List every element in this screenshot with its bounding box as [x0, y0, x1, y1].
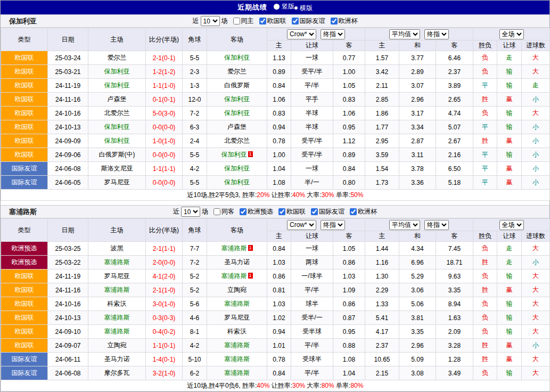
match-row: 欧国联24-09-06白俄罗斯(中)0-0(0-0)5-5保加利亚11.00受平… — [1, 148, 550, 162]
score: 0-0(0-0) — [146, 176, 183, 190]
summary-stat-value: 40% — [257, 382, 269, 389]
league-checkbox-2[interactable] — [331, 18, 338, 24]
home-team-cell: 白俄罗斯(中) — [88, 148, 146, 162]
same-venue-checkbox-label: 同主 — [233, 17, 254, 26]
euro-final-select[interactable]: 终指 — [424, 220, 449, 230]
column-header: 和 — [399, 231, 436, 242]
league-checkbox-1[interactable] — [292, 18, 299, 24]
result-value: 赢 — [497, 93, 522, 107]
home-team-name: 斯洛文尼亚 — [101, 165, 133, 172]
score: 0-0(0-0) — [146, 148, 183, 162]
match-row: 欧国联24-09-10塞浦路斯0-4(0-2)8-1科索沃0.94受半球0.95… — [1, 325, 550, 339]
euro-odds-value: 1.63 — [436, 311, 473, 325]
match-date: 24-06-05 — [48, 176, 88, 190]
match-row: 欧国联25-03-21保加利亚1-2(1-2)2-3爱尔兰0.89受平/半1.0… — [1, 65, 550, 79]
same-venue-checkbox-text: 同客 — [221, 207, 234, 216]
competition-badge: 欧国联 — [1, 270, 48, 283]
euro-odds-value: 3.81 — [399, 311, 436, 325]
league-checkbox-0-label: 欧国联 — [259, 17, 286, 26]
column-header: 日期 — [48, 28, 88, 51]
corner-count: 5-5 — [183, 176, 207, 190]
layout-radio-vertical[interactable]: 竖版 — [274, 2, 294, 11]
home-team-cell: 塞浦路斯 — [88, 325, 146, 339]
home-team-name: 爱尔兰 — [108, 54, 127, 61]
away-team-name: 塞浦路斯 — [224, 341, 250, 349]
match-count-select[interactable]: 10 — [201, 16, 220, 26]
asian-odds-select-cell: Crow*终指 — [267, 28, 365, 40]
result-value: 输 — [497, 297, 522, 311]
average-select[interactable]: 平均值 — [389, 220, 420, 230]
league-checkbox-2[interactable] — [311, 208, 318, 215]
competition-badge: 欧国联 — [1, 283, 48, 297]
asian-odds-value: 一/球半 — [291, 270, 333, 283]
away-team-name: 保加利亚 — [224, 178, 250, 186]
league-checkbox-1[interactable] — [278, 208, 285, 215]
scope-select[interactable]: 全场 — [499, 220, 524, 230]
average-select[interactable]: 平均值 — [389, 29, 420, 39]
euro-odds-value: 3.28 — [436, 339, 473, 353]
euro-odds-value: 3.49 — [436, 366, 473, 380]
team-section: 保加利亚近10场同主欧国联国际友谊欧洲杯类型日期主场比分(半场)角球客场Crow… — [1, 14, 549, 201]
layout-radio-vertical-text: 竖版 — [282, 2, 294, 11]
asian-odds-value: 受平/半 — [291, 148, 333, 162]
home-team-cell: 罗马尼亚 — [88, 176, 146, 190]
result-value: 输 — [497, 79, 522, 93]
euro-odds-value: 3.59 — [365, 148, 399, 162]
team-name: 塞浦路斯 — [9, 207, 37, 217]
bookmaker-select[interactable]: Crow* — [287, 29, 316, 39]
column-header: 进球数 — [522, 231, 550, 242]
asian-final-select[interactable]: 终指 — [321, 29, 345, 39]
match-row: 国际友谊24-06-08斯洛文尼亚1-1(1-1)4-2保加利亚1.04一球0.… — [1, 162, 550, 176]
league-checkbox-0[interactable] — [240, 208, 247, 215]
match-count-select[interactable]: 10 — [181, 207, 200, 217]
column-header: 客场 — [207, 28, 267, 51]
result-value: 大 — [522, 297, 550, 311]
away-team-name: 爱尔兰 — [227, 68, 247, 75]
away-team-name: 北爱尔兰 — [224, 137, 250, 144]
league-checkbox-3[interactable] — [350, 208, 357, 215]
competition-badge: 欧国联 — [1, 107, 48, 120]
euro-odds-value: 3.34 — [399, 120, 436, 134]
euro-odds-value: 1.77 — [365, 120, 399, 134]
red-card-badge: 1 — [248, 151, 253, 157]
result-value: 胜 — [473, 134, 497, 148]
competition-badge: 欧国联 — [1, 148, 48, 162]
result-value: 负 — [473, 311, 497, 325]
asian-odds-value: 受半球 — [291, 325, 333, 339]
competition-badge: 欧国联 — [1, 134, 48, 148]
away-team-name: 立陶宛 — [227, 286, 247, 293]
home-team-name: 卢森堡 — [108, 95, 127, 103]
euro-odds-value: 3.89 — [436, 79, 473, 93]
asian-odds-value: 0.80 — [333, 176, 365, 190]
asian-final-select[interactable]: 终指 — [321, 220, 345, 230]
bookmaker-select[interactable]: Crow* — [287, 220, 316, 230]
asian-odds-value: 1.06 — [267, 93, 291, 107]
away-team-cell: 立陶宛 — [207, 283, 267, 297]
euro-odds-value: 2.15 — [365, 366, 399, 380]
red-card-badge: 1 — [248, 245, 253, 251]
euro-odds-value: 2.37 — [436, 65, 473, 79]
result-value: 大 — [522, 242, 550, 256]
result-value: 大 — [522, 325, 550, 339]
team-section: 塞浦路斯近10场同客欧洲预选欧国联国际友谊欧洲杯类型日期主场比分(半场)角球客场… — [1, 205, 549, 391]
asian-odds-value: 0.81 — [267, 283, 291, 297]
league-checkbox-3-label: 欧洲杯 — [350, 207, 377, 216]
layout-radio-horizontal[interactable]: 横版 — [294, 4, 313, 13]
asian-odds-value: 0.83 — [267, 107, 291, 120]
result-value: 走 — [522, 79, 550, 93]
same-venue-checkbox[interactable] — [214, 208, 220, 215]
corner-count: 4-2 — [183, 162, 207, 176]
result-value: 负 — [473, 270, 497, 283]
scope-select[interactable]: 全场 — [499, 29, 524, 39]
asian-odds-value: 1.03 — [333, 270, 365, 283]
section-gap — [1, 201, 549, 205]
column-header: 主 — [267, 231, 291, 242]
euro-final-select[interactable]: 终指 — [424, 29, 449, 39]
home-team-name: 塞浦路斯 — [104, 286, 130, 293]
euro-odds-value: 3.17 — [399, 107, 436, 120]
league-checkbox-0[interactable] — [259, 18, 266, 24]
result-value: 胜 — [473, 339, 497, 353]
same-venue-checkbox[interactable] — [233, 18, 240, 24]
result-value: 大 — [522, 107, 550, 120]
score: 2-1(1-1) — [146, 242, 183, 256]
